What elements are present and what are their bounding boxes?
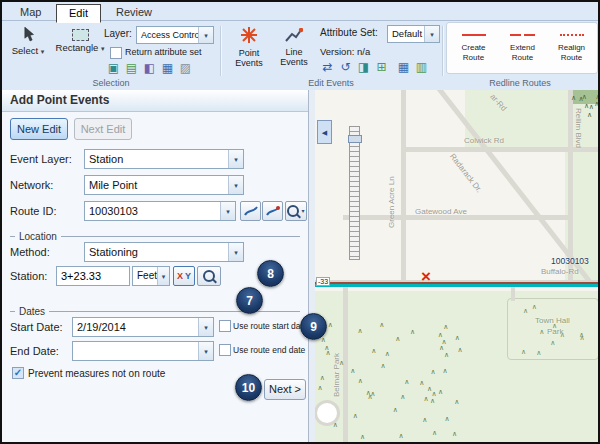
chevron-down-icon[interactable] (228, 243, 243, 261)
chevron-down-icon[interactable] (424, 26, 439, 42)
network-select[interactable]: Mile Point (84, 175, 244, 195)
select-by-lasso-icon[interactable] (142, 61, 157, 76)
chevron-down-icon (301, 208, 304, 214)
route-id-select[interactable]: 10030103 (84, 201, 236, 221)
merge-event-icon[interactable] (374, 60, 389, 75)
chevron-down-icon[interactable] (228, 150, 243, 168)
panel-title: Add Point Events (2, 90, 308, 112)
network-label: Network: (10, 179, 53, 191)
tab-review[interactable]: Review (104, 4, 164, 20)
zoom-slider[interactable] (349, 126, 360, 260)
callout-7: 7 (236, 287, 263, 314)
extend-route-label: Extend Route (499, 43, 546, 63)
use-route-start-date-label: Use route start date (233, 321, 308, 331)
location-section-header: Location (10, 231, 300, 241)
app-window: Map Edit Review Select Rectangle Layer: … (0, 0, 600, 444)
select-by-circle-icon[interactable] (160, 61, 175, 76)
chevron-down-icon[interactable] (198, 27, 213, 43)
return-attribute-set-checkbox[interactable] (110, 47, 122, 59)
attribute-set-select[interactable]: Default (387, 25, 440, 43)
version-value: n/a (357, 46, 370, 57)
start-date-select[interactable]: 2/19/2014 (72, 317, 214, 337)
street-label: Rellim Blvd (574, 108, 583, 148)
chevron-down-icon[interactable] (228, 176, 243, 194)
group-divider (220, 26, 221, 76)
select-tool-button[interactable]: Select (6, 24, 50, 70)
chevron-down-icon (41, 48, 45, 55)
flip-event-icon[interactable] (320, 60, 335, 75)
point-events-button[interactable]: Point Events (226, 24, 272, 74)
method-select[interactable]: Stationing (84, 242, 244, 262)
zoom-slider-handle[interactable] (348, 135, 362, 143)
attribute-set-value: Default (388, 26, 424, 42)
end-date-value (73, 342, 198, 360)
line-events-icon (285, 28, 303, 45)
prevent-measures-checkbox[interactable] (12, 367, 24, 379)
station-units-select[interactable]: Feet (132, 266, 170, 286)
start-date-label: Start Date: (10, 321, 63, 333)
extend-route-button[interactable]: Extend Route (498, 24, 547, 72)
chevron-down-icon[interactable] (198, 342, 213, 360)
prevent-measures-label: Prevent measures not on route (28, 368, 165, 379)
use-route-end-date-checkbox[interactable] (219, 344, 231, 356)
park-label: Park (547, 327, 563, 336)
select-by-rectangle-icon[interactable] (106, 61, 121, 76)
chevron-down-icon[interactable] (220, 202, 235, 220)
event-layer-label: Event Layer: (10, 153, 72, 165)
event-layer-value: Station (85, 150, 228, 168)
undo-icon[interactable] (338, 60, 353, 75)
split-event-icon[interactable] (356, 60, 371, 75)
attribute-table-icon[interactable] (414, 60, 429, 75)
end-date-label: End Date: (10, 345, 59, 357)
collapse-panel-button[interactable] (317, 120, 332, 144)
realign-route-button[interactable]: Realign Route (547, 24, 596, 72)
locate-route-button[interactable] (285, 201, 307, 221)
rectangle-select-label: Rectangle (56, 43, 105, 53)
street-label: Colwick Rd (464, 136, 504, 145)
station-input[interactable] (56, 266, 130, 286)
start-date-value: 2/19/2014 (73, 318, 198, 336)
selection-layer-value: Access Control (137, 27, 198, 43)
events-table-icon[interactable] (396, 60, 411, 75)
select-route-icon (244, 205, 258, 217)
create-route-label: Create Route (450, 43, 497, 63)
rectangle-select-icon (72, 29, 89, 41)
xy-coordinates-button[interactable]: XY (173, 266, 195, 286)
chevron-down-icon[interactable] (157, 267, 169, 285)
point-event-x-marker (421, 268, 431, 285)
map-view[interactable]: ∧∧∧∧∧∧∧∧∧∧∧∧∧∧∧∧∧∧∧∧∧∧∧∧∧∧∧∧∧∧∧∧∧∧∧∧∧∧∧∧… (315, 90, 598, 442)
route-id-label: Route ID: (10, 205, 56, 217)
select-tool-label: Select (12, 46, 45, 56)
event-layer-select[interactable]: Station (84, 149, 244, 169)
tab-map[interactable]: Map (8, 4, 53, 20)
station-locate-button[interactable] (197, 266, 221, 286)
chevron-down-icon (101, 45, 105, 52)
magnifier-icon (287, 205, 299, 217)
select-route-on-map-button[interactable] (240, 201, 261, 221)
chevron-down-icon[interactable] (198, 318, 213, 336)
version-label: Version: n/a (320, 46, 370, 57)
flash-route-button[interactable] (262, 201, 283, 221)
group-divider (442, 26, 443, 76)
create-route-button[interactable]: Create Route (449, 24, 498, 72)
next-button[interactable]: Next > (264, 379, 306, 400)
clear-selection-icon[interactable] (178, 61, 193, 76)
attribute-set-label: Attribute Set: (320, 27, 378, 38)
select-cursor-icon (22, 27, 35, 44)
new-edit-button[interactable]: New Edit (10, 118, 68, 140)
street-label: Radarack Dr. (448, 152, 484, 194)
callout-8: 8 (257, 260, 284, 287)
next-edit-button[interactable]: Next Edit (74, 118, 132, 140)
station-units-value: Feet (133, 267, 157, 285)
line-events-button[interactable]: Line Events (272, 24, 316, 74)
callout-10: 10 (235, 374, 262, 401)
tab-edit[interactable]: Edit (56, 4, 101, 23)
end-date-select[interactable] (72, 341, 214, 361)
rectangle-select-button[interactable]: Rectangle (52, 24, 108, 70)
selection-layer-select[interactable]: Access Control (136, 26, 214, 44)
select-by-polygon-icon[interactable] (124, 61, 139, 76)
use-route-end-date-label: Use route end date (233, 345, 305, 355)
xy-icon: X (177, 271, 183, 281)
use-route-start-date-checkbox[interactable] (219, 320, 231, 332)
edit-events-group-label: Edit Events (220, 78, 442, 88)
